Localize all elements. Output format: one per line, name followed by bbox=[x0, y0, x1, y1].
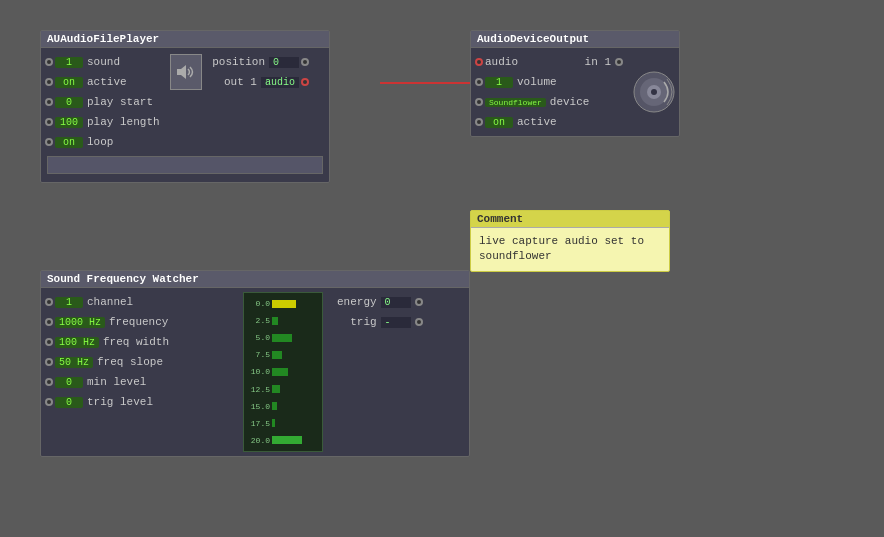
sfw-freqslope-row: 50 Hz freq slope bbox=[41, 352, 241, 372]
sfw-body: 1 channel 1000 Hz frequency 100 Hz freq … bbox=[41, 288, 469, 456]
chart-label-1: 2.5 bbox=[246, 316, 270, 325]
chart-label-4: 10.0 bbox=[246, 367, 270, 376]
sound-port[interactable] bbox=[45, 58, 53, 66]
chart-bar-5 bbox=[272, 385, 280, 393]
sfw-outputs: energy 0 trig - bbox=[325, 288, 437, 456]
device-row: Soundflower device bbox=[471, 92, 629, 112]
chart-label-8: 20.0 bbox=[246, 436, 270, 445]
chart-label-5: 12.5 bbox=[246, 385, 270, 394]
sfw-minlevel-port[interactable] bbox=[45, 378, 53, 386]
playstart-port[interactable] bbox=[45, 98, 53, 106]
progress-bar[interactable] bbox=[47, 156, 323, 174]
sfw-freqwidth-port[interactable] bbox=[45, 338, 53, 346]
playlength-port[interactable] bbox=[45, 118, 53, 126]
chart-row-7: 17.5 bbox=[244, 415, 322, 431]
sfw-triglevel-label: trig level bbox=[87, 396, 237, 408]
volume-value[interactable]: 1 bbox=[485, 77, 513, 88]
loop-port[interactable] bbox=[45, 138, 53, 146]
ad-active-label: active bbox=[517, 116, 625, 128]
sfw-energy-value[interactable]: 0 bbox=[381, 297, 411, 308]
frequency-chart: 0.0 2.5 5.0 7.5 bbox=[243, 292, 323, 452]
chart-label-3: 7.5 bbox=[246, 350, 270, 359]
active-value[interactable]: on bbox=[55, 77, 83, 88]
sfw-triglevel-value[interactable]: 0 bbox=[55, 397, 83, 408]
sfw-minlevel-value[interactable]: 0 bbox=[55, 377, 83, 388]
active-label: active bbox=[87, 76, 160, 88]
audio-device-inputs: audio in 1 1 volume Soundflower device o… bbox=[471, 52, 629, 132]
chart-row-1: 2.5 bbox=[244, 313, 322, 329]
chart-row-6: 15.0 bbox=[244, 398, 322, 414]
chart-row-4: 10.0 bbox=[244, 364, 322, 380]
sfw-freq-value[interactable]: 1000 Hz bbox=[55, 317, 105, 328]
out1-value[interactable]: audio bbox=[261, 77, 299, 88]
chart-bar-6 bbox=[272, 402, 277, 410]
chart-bar-8 bbox=[272, 436, 302, 444]
sfw-freqwidth-value[interactable]: 100 Hz bbox=[55, 337, 99, 348]
au-player-playlength-row: 100 play length bbox=[41, 112, 164, 132]
sfw-channel-value[interactable]: 1 bbox=[55, 297, 83, 308]
volume-port[interactable] bbox=[475, 78, 483, 86]
chart-row-0: 0.0 bbox=[244, 296, 322, 312]
playlength-value[interactable]: 100 bbox=[55, 117, 83, 128]
chart-label-6: 15.0 bbox=[246, 402, 270, 411]
out1-label: out 1 bbox=[224, 76, 257, 88]
sfw-freq-port[interactable] bbox=[45, 318, 53, 326]
audio-device-icon bbox=[629, 52, 679, 132]
au-player-inputs: 1 sound on active 0 play start 100 play … bbox=[41, 52, 164, 152]
chart-bar-7 bbox=[272, 419, 275, 427]
sound-frequency-watcher-node: Sound Frequency Watcher 1 channel 1000 H… bbox=[40, 270, 470, 457]
sfw-triglevel-port[interactable] bbox=[45, 398, 53, 406]
au-player-loop-row: on loop bbox=[41, 132, 164, 152]
au-player-title: AUAudioFilePlayer bbox=[41, 31, 329, 48]
sfw-freqwidth-label: freq width bbox=[103, 336, 237, 348]
playstart-label: play start bbox=[87, 96, 160, 108]
sfw-energy-out-port[interactable] bbox=[415, 298, 423, 306]
sfw-channel-port[interactable] bbox=[45, 298, 53, 306]
sfw-inputs: 1 channel 1000 Hz frequency 100 Hz freq … bbox=[41, 288, 241, 456]
sound-value[interactable]: 1 bbox=[55, 57, 83, 68]
sfw-trig-value[interactable]: - bbox=[381, 317, 411, 328]
loop-value[interactable]: on bbox=[55, 137, 83, 148]
in1-output: in 1 bbox=[585, 56, 611, 68]
position-value[interactable]: 0 bbox=[269, 57, 299, 68]
chart-label-7: 17.5 bbox=[246, 419, 270, 428]
audio-in-port[interactable] bbox=[475, 58, 483, 66]
sfw-freqslope-value[interactable]: 50 Hz bbox=[55, 357, 93, 368]
in1-out-port[interactable] bbox=[615, 58, 623, 66]
au-player-playstart-row: 0 play start bbox=[41, 92, 164, 112]
chart-bar-3 bbox=[272, 351, 282, 359]
device-label: device bbox=[550, 96, 625, 108]
au-audio-file-player-node: AUAudioFilePlayer 1 sound on active 0 bbox=[40, 30, 330, 183]
sfw-channel-label: channel bbox=[87, 296, 237, 308]
sfw-triglevel-row: 0 trig level bbox=[41, 392, 241, 412]
sfw-freqslope-label: freq slope bbox=[97, 356, 237, 368]
ad-active-value[interactable]: on bbox=[485, 117, 513, 128]
sfw-channel-row: 1 channel bbox=[41, 292, 241, 312]
chart-bar-4 bbox=[272, 368, 288, 376]
sfw-freqslope-port[interactable] bbox=[45, 358, 53, 366]
active-port[interactable] bbox=[45, 78, 53, 86]
sfw-trig-out-port[interactable] bbox=[415, 318, 423, 326]
sfw-freq-row: 1000 Hz frequency bbox=[41, 312, 241, 332]
chart-row-8: 20.0 bbox=[244, 432, 322, 448]
sound-label: sound bbox=[87, 56, 160, 68]
ad-active-port[interactable] bbox=[475, 118, 483, 126]
sfw-trig-label: trig bbox=[350, 316, 376, 328]
au-player-position-row: position 0 bbox=[208, 52, 321, 72]
position-out-port[interactable] bbox=[301, 58, 309, 66]
playstart-value[interactable]: 0 bbox=[55, 97, 83, 108]
audio-out-port[interactable] bbox=[301, 78, 309, 86]
chart-label-2: 5.0 bbox=[246, 333, 270, 342]
comment-node: Comment live capture audio set to soundf… bbox=[470, 210, 670, 272]
chart-bar-2 bbox=[272, 334, 292, 342]
sfw-energy-row: energy 0 bbox=[333, 292, 429, 312]
speaker-icon bbox=[170, 54, 203, 90]
comment-body[interactable]: live capture audio set to soundflower bbox=[471, 228, 669, 271]
sfw-trig-row: trig - bbox=[333, 312, 429, 332]
device-port[interactable] bbox=[475, 98, 483, 106]
svg-point-5 bbox=[651, 89, 657, 95]
device-value[interactable]: Soundflower bbox=[485, 98, 546, 107]
chart-row-5: 12.5 bbox=[244, 381, 322, 397]
au-player-sound-row: 1 sound bbox=[41, 52, 164, 72]
loop-label: loop bbox=[87, 136, 160, 148]
